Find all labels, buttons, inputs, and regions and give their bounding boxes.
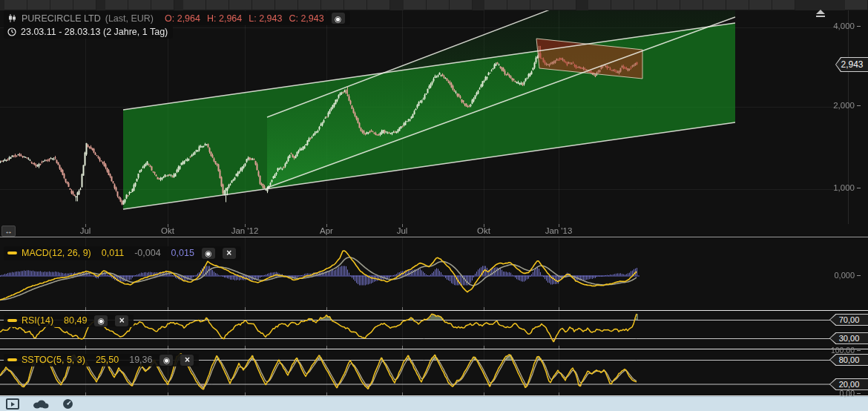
rsi-close-button[interactable]: × bbox=[115, 315, 128, 326]
panel-axis-tick bbox=[168, 346, 168, 349]
panel-axis-tick bbox=[559, 307, 559, 310]
range-legend: 23.03.11 - 28.03.13 (2 Jahre, 1 Tag) bbox=[4, 25, 173, 39]
sstoc-header: SSTOC(5, 5, 3) 25,50 19,36 ◉ × bbox=[4, 351, 199, 366]
panel-axis-tick bbox=[559, 346, 559, 349]
toolbar-button[interactable] bbox=[298, 0, 321, 10]
macd-header: MACD(12, 26, 9) 0,011 -0,004 0,015 ◉ × bbox=[4, 244, 241, 260]
series-settings-button[interactable]: ◉ bbox=[332, 13, 345, 24]
toolbar-button[interactable] bbox=[484, 0, 507, 10]
sstoc-settings-button[interactable]: ◉ bbox=[160, 355, 173, 366]
toolbar-button[interactable] bbox=[4, 0, 27, 10]
sstoc-legend-line-icon bbox=[7, 358, 17, 361]
toolbar-button-group bbox=[845, 0, 868, 10]
time-axis-label: Jan '12 bbox=[231, 226, 259, 235]
macd-close-button[interactable]: × bbox=[223, 248, 236, 259]
play-panel-icon[interactable] bbox=[6, 398, 19, 410]
toolbar-button[interactable] bbox=[507, 0, 530, 10]
rsi-level-tag: 30,00 bbox=[829, 332, 868, 344]
panel-axis-tick bbox=[326, 392, 327, 395]
toolbar-button[interactable] bbox=[703, 0, 726, 10]
toolbar-button[interactable] bbox=[229, 0, 252, 10]
toolbar-button[interactable] bbox=[50, 0, 73, 10]
toolbar-button[interactable] bbox=[275, 0, 298, 10]
toolbar-button[interactable] bbox=[634, 0, 657, 10]
toolbar-button[interactable] bbox=[321, 0, 344, 10]
price-axis-label: 1,000 bbox=[801, 183, 861, 192]
panel-axis-tick bbox=[245, 346, 246, 349]
top-toolbar[interactable] bbox=[0, 0, 868, 10]
toolbar-button[interactable] bbox=[151, 0, 174, 10]
toolbar-button[interactable] bbox=[344, 0, 367, 10]
symbol-legend: PURECIRCLE LTD (Last, EUR) O: 2,964H: 2,… bbox=[4, 11, 350, 26]
candlestick-icon bbox=[7, 13, 17, 23]
ohlc-c: C: 2,943 bbox=[289, 13, 323, 24]
toolbar-button[interactable] bbox=[749, 0, 772, 10]
chart-application-window: PURECIRCLE LTD (Last, EUR) O: 2,964H: 2,… bbox=[0, 0, 868, 411]
rsi-header: RSI(14) 80,49 ◉ × bbox=[4, 312, 134, 327]
toolbar-button[interactable] bbox=[105, 0, 128, 10]
macd-legend-line-icon bbox=[7, 251, 17, 254]
panel-axis-tick bbox=[402, 346, 403, 349]
status-bar bbox=[0, 396, 868, 411]
macd-zero-label: 0,000 bbox=[801, 271, 861, 280]
price-axis-label: 4,000 bbox=[801, 22, 861, 30]
sstoc-edge-label: 100,00 bbox=[801, 346, 861, 355]
toolbar-button[interactable] bbox=[588, 0, 611, 10]
panel-axis-tick bbox=[402, 307, 403, 310]
toolbar-button[interactable] bbox=[772, 0, 795, 10]
rsi-legend-line-icon bbox=[7, 319, 17, 322]
toolbar-button-group bbox=[404, 0, 473, 10]
scroll-chart-button[interactable]: ↔ bbox=[1, 226, 16, 237]
panel-axis-tick bbox=[326, 307, 327, 310]
toolbar-button[interactable] bbox=[657, 0, 680, 10]
toolbar-button-group bbox=[183, 0, 390, 10]
toolbar-button[interactable] bbox=[367, 0, 390, 10]
toolbar-button[interactable] bbox=[206, 0, 229, 10]
toolbar-button[interactable] bbox=[73, 0, 96, 10]
toolbar-button[interactable] bbox=[845, 0, 868, 10]
gauge-icon[interactable] bbox=[62, 398, 73, 410]
price-axis-label: 2,000 bbox=[801, 101, 861, 110]
macd-settings-button[interactable]: ◉ bbox=[202, 248, 215, 259]
toolbar-button[interactable] bbox=[680, 0, 703, 10]
sstoc-level-tag: 80,00 bbox=[829, 354, 868, 366]
toolbar-button-group bbox=[4, 0, 96, 10]
panel-axis-tick bbox=[85, 307, 86, 310]
time-axis[interactable]: ↔ bbox=[0, 224, 868, 237]
panel-axis-tick bbox=[168, 392, 168, 395]
time-axis-label: Okt bbox=[477, 226, 490, 235]
main-price-chart[interactable] bbox=[0, 10, 868, 224]
panel-axis-tick bbox=[245, 307, 246, 310]
toolbar-button[interactable] bbox=[553, 0, 576, 10]
macd-signal-value: -0,004 bbox=[134, 248, 160, 258]
time-axis-label: Apr bbox=[320, 226, 333, 235]
toolbar-button[interactable] bbox=[530, 0, 553, 10]
panel-axis-tick bbox=[559, 392, 559, 395]
toolbar-button[interactable] bbox=[611, 0, 634, 10]
panel-axis-tick bbox=[85, 392, 86, 395]
rsi-settings-button[interactable]: ◉ bbox=[94, 315, 108, 326]
sstoc-k-value: 25,50 bbox=[96, 355, 119, 365]
toolbar-button[interactable] bbox=[27, 0, 50, 10]
macd-title: MACD(12, 26, 9) bbox=[22, 248, 91, 258]
panel-axis-tick bbox=[326, 346, 327, 349]
panel-axis-tick bbox=[85, 346, 86, 349]
sstoc-close-button[interactable]: × bbox=[180, 355, 194, 366]
symbol-name: PURECIRCLE LTD bbox=[22, 13, 101, 24]
sstoc-title: SSTOC(5, 5, 3) bbox=[22, 355, 85, 365]
cloud-icon[interactable] bbox=[33, 399, 49, 409]
toolbar-button[interactable] bbox=[183, 0, 206, 10]
toolbar-button[interactable] bbox=[128, 0, 151, 10]
sstoc-d-value: 19,36 bbox=[129, 355, 152, 365]
toolbar-button[interactable] bbox=[726, 0, 749, 10]
toolbar-button[interactable] bbox=[404, 0, 427, 10]
time-axis-label: Jul bbox=[397, 226, 408, 235]
panel-axis-tick bbox=[168, 307, 168, 310]
collapse-panel-icon[interactable] bbox=[816, 10, 825, 17]
ohlc-values: O: 2,964H: 2,964L: 2,943C: 2,943 bbox=[158, 13, 324, 24]
toolbar-button[interactable] bbox=[427, 0, 450, 10]
time-axis-label: Okt bbox=[161, 226, 174, 235]
macd-hist-value: 0,015 bbox=[171, 248, 194, 258]
toolbar-button[interactable] bbox=[450, 0, 473, 10]
toolbar-button[interactable] bbox=[252, 0, 275, 10]
